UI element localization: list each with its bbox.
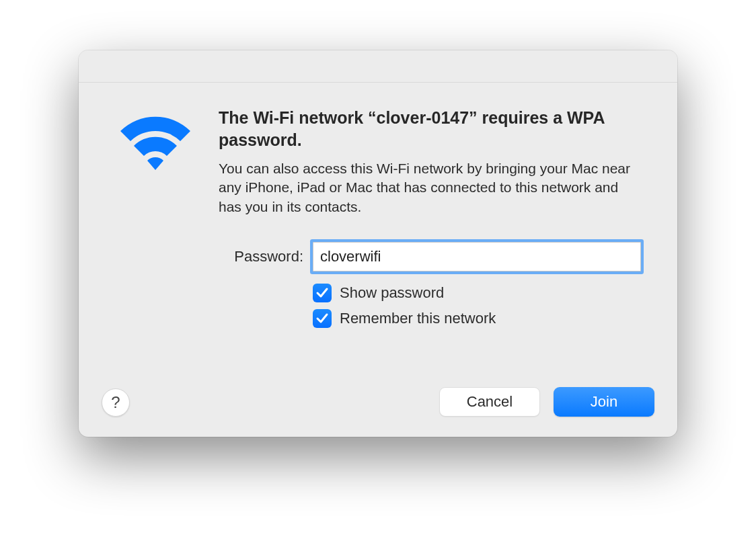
icon-column xyxy=(115,107,196,335)
remember-network-checkbox[interactable] xyxy=(313,309,332,328)
password-row: Password: xyxy=(219,242,641,271)
password-label: Password: xyxy=(219,248,313,265)
dialog-titlebar xyxy=(79,50,677,83)
wifi-icon xyxy=(115,111,196,178)
dialog-subtext: You can also access this Wi-Fi network b… xyxy=(219,159,641,216)
show-password-label: Show password xyxy=(340,284,444,302)
show-password-row[interactable]: Show password xyxy=(313,284,641,302)
show-password-checkbox[interactable] xyxy=(313,284,332,302)
remember-network-label: Remember this network xyxy=(340,310,496,327)
dialog-heading: The Wi-Fi network “clover-0147” requires… xyxy=(219,107,641,151)
button-row: Cancel Join xyxy=(439,387,654,417)
help-icon: ? xyxy=(111,393,120,412)
remember-network-row[interactable]: Remember this network xyxy=(313,309,641,328)
dialog-footer: ? Cancel Join xyxy=(79,387,677,437)
wifi-password-dialog: The Wi-Fi network “clover-0147” requires… xyxy=(79,50,677,437)
join-button[interactable]: Join xyxy=(554,387,654,417)
cancel-button[interactable]: Cancel xyxy=(439,387,540,417)
text-column: The Wi-Fi network “clover-0147” requires… xyxy=(219,107,641,335)
dialog-content: The Wi-Fi network “clover-0147” requires… xyxy=(79,83,677,355)
help-button[interactable]: ? xyxy=(102,388,130,417)
checkbox-group: Show password Remember this network xyxy=(313,284,641,328)
password-input[interactable] xyxy=(313,242,641,271)
